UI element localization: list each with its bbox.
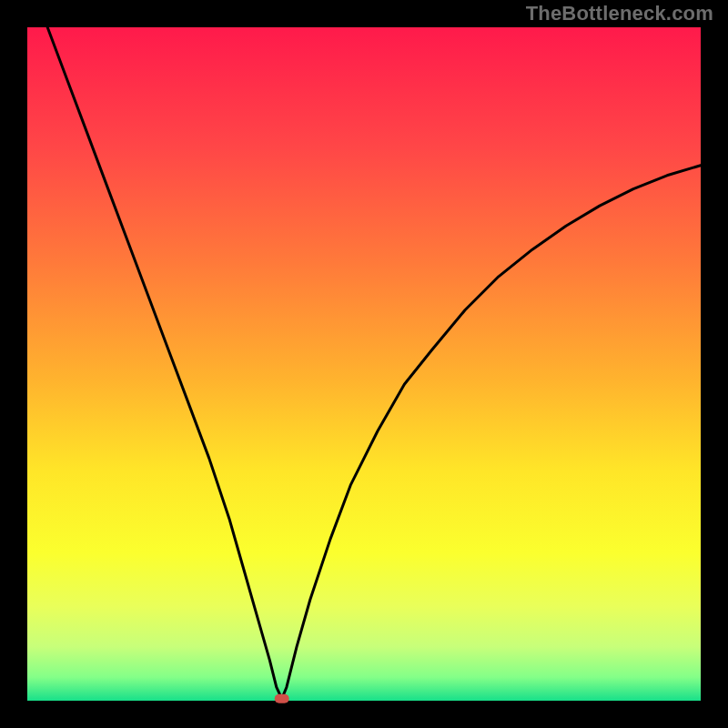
gradient-background bbox=[27, 27, 701, 701]
bottleneck-chart bbox=[0, 0, 728, 728]
optimal-point-marker bbox=[275, 694, 289, 703]
chart-container: { "watermark": "TheBottleneck.com", "cha… bbox=[0, 0, 728, 728]
watermark-text: TheBottleneck.com bbox=[526, 2, 713, 25]
